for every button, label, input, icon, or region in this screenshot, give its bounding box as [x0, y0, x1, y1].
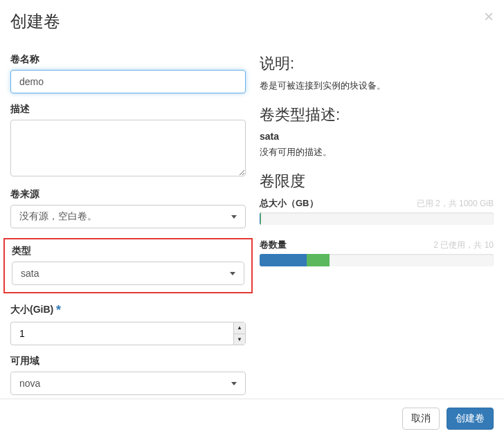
availability-zone-label: 可用域 — [10, 355, 246, 367]
chevron-down-icon — [231, 215, 237, 219]
progress-used — [260, 254, 307, 266]
volume-source-value: 没有源，空白卷。 — [19, 210, 97, 223]
close-icon[interactable]: × — [484, 8, 494, 25]
volume-type-select[interactable]: sata — [12, 262, 244, 285]
size-label: 大小(GiB) * — [10, 303, 246, 318]
limits-title: 卷限度 — [260, 171, 494, 192]
spinner-down-icon[interactable]: ▼ — [234, 334, 245, 345]
volumes-info: 2 已使用，共 10 — [433, 239, 494, 251]
volumes-progress — [260, 254, 494, 266]
total-size-progress — [260, 212, 494, 225]
volume-name-label: 卷名称 — [10, 53, 246, 66]
progress-new — [307, 254, 330, 266]
type-desc-text: 没有可用的描述。 — [260, 146, 494, 158]
explain-text: 卷是可被连接到实例的块设备。 — [260, 80, 494, 92]
availability-zone-value: nova — [19, 378, 40, 389]
description-label: 描述 — [10, 103, 246, 116]
submit-button[interactable]: 创建卷 — [447, 408, 494, 430]
chevron-down-icon — [231, 382, 237, 385]
modal-title: 创建卷 — [10, 10, 494, 33]
volumes-label: 卷数量 — [260, 239, 287, 251]
volume-type-label: 类型 — [12, 245, 244, 257]
type-highlight-box: 类型 sata — [3, 238, 253, 293]
volume-source-label: 卷来源 — [10, 188, 246, 201]
total-size-info: 已用 2，共 1000 GiB — [417, 198, 494, 210]
type-desc-sub: sata — [260, 131, 494, 142]
chevron-down-icon — [230, 272, 235, 275]
spinner-up-icon[interactable]: ▲ — [234, 322, 245, 334]
description-input[interactable] — [10, 120, 246, 176]
cancel-button[interactable]: 取消 — [402, 408, 440, 430]
volume-name-input[interactable] — [10, 70, 246, 93]
availability-zone-select[interactable]: nova — [10, 372, 246, 395]
total-size-label: 总大小（GB） — [260, 197, 318, 210]
explain-title: 说明: — [260, 53, 494, 74]
volume-source-select[interactable]: 没有源，空白卷。 — [10, 205, 246, 228]
modal-header: 创建卷 × — [0, 0, 504, 43]
required-asterisk: * — [56, 303, 61, 317]
size-input[interactable] — [10, 322, 233, 345]
volume-type-value: sata — [21, 268, 39, 279]
type-desc-title: 卷类型描述: — [260, 104, 494, 125]
